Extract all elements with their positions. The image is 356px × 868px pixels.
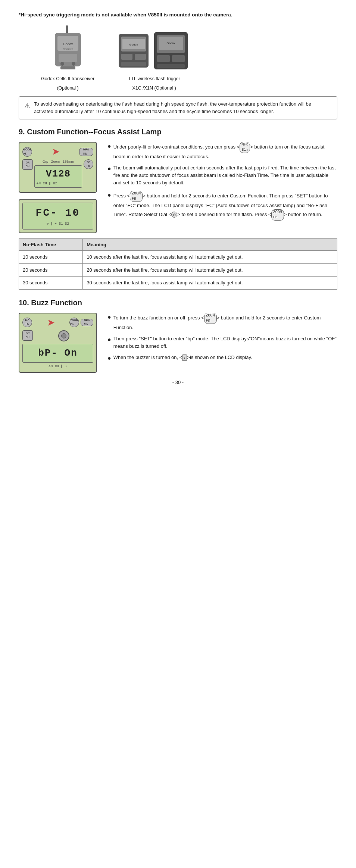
buzz-lcd-diagram: MC+Z- ➤ ZOOMFn MF⊙$1₄ GRCH (19, 313, 97, 373)
zoom-fn2-btn: ZOOMFn (71, 319, 78, 327)
buzz-main-value: bP- On (26, 346, 90, 360)
transceiver-block: Godox Camera Godox Cells II transceiver … (41, 25, 94, 92)
trigger-image: Godox Godox (117, 28, 191, 73)
mf-btn-label: MF⊙$1₄ (83, 148, 89, 156)
warning-box: ⚠ To avoid overheating or deteriorating … (19, 96, 337, 119)
mf2-btn-label: MF⊙$1₄ (84, 319, 90, 327)
bullet-dot-1: ● (107, 143, 111, 149)
lcd2-sub1: ⊙ ∥ ☀ (47, 222, 57, 227)
svg-rect-22 (157, 64, 185, 68)
svg-rect-13 (121, 54, 132, 60)
arrow-right-icon: ➤ (52, 146, 59, 158)
section10-right: ● To turn the buzz function on or off, p… (107, 313, 337, 365)
lcd2-main-value: FC- 10 (26, 205, 90, 221)
section10-left: MC+Z- ➤ ZOOMFn MF⊙$1₄ GRCH (19, 313, 101, 373)
section9-bullet-1: ● Under poorly-lit or low-contrast condi… (107, 142, 337, 160)
zoom-fn-btn: ZOFn (87, 160, 90, 168)
table-row: 10 seconds 10 seconds after the last fir… (19, 251, 337, 264)
lcd2-sub2: S1 S2 (59, 222, 69, 227)
svg-point-7 (72, 62, 75, 66)
svg-rect-15 (121, 62, 146, 66)
section9-content: MODE+Z- ➤ MF⊙$1₄ GRCH Grp Zoom (19, 142, 337, 233)
table-row: 30 seconds 30 seconds after the last fir… (19, 277, 337, 290)
table-row: 20 seconds 20 seconds after the last fir… (19, 263, 337, 277)
noflash-table: No-Flash Time Meaning 10 seconds 10 seco… (19, 238, 337, 290)
section9-bullet-1-text: Under poorly-lit or low-contrast conditi… (113, 142, 337, 160)
bullet-dot-3: ● (107, 192, 111, 198)
table-col2-header: Meaning (83, 238, 337, 251)
mode-btn-label: MODE+Z- (24, 148, 31, 156)
warning-text: To avoid overheating or deteriorating th… (34, 100, 332, 115)
trigger-label-line2: X1C /X1N (Optional ) (132, 85, 176, 92)
svg-rect-21 (172, 55, 185, 62)
devices-row: Godox Camera Godox Cells II transceiver … (19, 25, 337, 92)
bullet10-dot-2: ● (107, 337, 111, 343)
section10-bullet-3-text: When the buzzer is turned on, <♪>is show… (113, 354, 252, 361)
section9-title: 9. Custom Function--Focus Assist Lamp (19, 126, 337, 137)
buzz-icon-2: CH ∥ (55, 364, 63, 369)
transceiver-image: Godox Camera (49, 25, 87, 73)
lcd1-sub1: ⊙M (37, 181, 41, 187)
lcd1-sub2: CH ∥ (43, 181, 51, 187)
table-row2-meaning: 20 seconds after the last fire, focus as… (83, 263, 337, 277)
section9-bullet-3: ● Press <ZOOMFn> button and hold for 2 s… (107, 191, 337, 221)
section9-right: ● Under poorly-lit or low-contrast condi… (107, 142, 337, 224)
svg-text:Godox: Godox (63, 42, 73, 46)
gr-label: Grp (43, 159, 48, 165)
table-row1-meaning: 10 seconds after the last fire, focus as… (83, 251, 337, 264)
gr2-ch-btn: GRCH (26, 331, 30, 339)
svg-text:Godox: Godox (129, 43, 138, 46)
lcd1-main-value: V128 (37, 167, 80, 181)
freq-val: 135mm (63, 159, 74, 165)
svg-rect-20 (157, 55, 170, 62)
table-row1-time: 10 seconds (19, 251, 83, 264)
section9-bullet-3-text: Press <ZOOMFn> button and hold for 2 sec… (113, 191, 337, 221)
section10-bullet-2: ● Then press "SET" button to enter "bp" … (107, 335, 337, 350)
bullet-dot-2: ● (107, 166, 111, 172)
section9-left: MODE+Z- ➤ MF⊙$1₄ GRCH Grp Zoom (19, 142, 101, 233)
svg-point-6 (60, 62, 64, 66)
table-row3-time: 30 seconds (19, 277, 83, 290)
bullet10-dot-3: ● (107, 355, 111, 361)
lcd1-sub3: Hz (53, 181, 57, 187)
section10-title: 10. Buzz Function (19, 297, 337, 308)
transceiver-label-line1: Godox Cells II transceiver (41, 75, 94, 82)
lcd-diagram-1: MODE+Z- ➤ MF⊙$1₄ GRCH Grp Zoom (19, 142, 97, 193)
section10-bullets: ● To turn the buzz function on or off, p… (107, 313, 337, 362)
buzz-icon-1: ⊙M (49, 364, 53, 369)
section9-bullets: ● Under poorly-lit or low-contrast condi… (107, 142, 337, 221)
buzz-icon-3: ♪ (65, 364, 67, 369)
section10-bullet-1-text: To turn the buzz function on or off, pre… (113, 313, 337, 331)
buzz-arrow-icon: ➤ (47, 316, 54, 329)
table-row3-meaning: 30 seconds after the last fire, focus as… (83, 277, 337, 290)
intro-warning: *Hi-speed sync triggering mode is not av… (19, 11, 337, 19)
transceiver-label-line2: (Optional ) (57, 85, 78, 92)
section10-bullet-2-text: Then press "SET" button to enter "bp" mo… (113, 335, 337, 350)
svg-rect-8 (60, 66, 75, 69)
svg-text:Godox: Godox (166, 41, 175, 45)
warning-icon: ⚠ (24, 101, 30, 111)
table-col1-header: No-Flash Time (19, 238, 83, 251)
section10-content: MC+Z- ➤ ZOOMFn MF⊙$1₄ GRCH (19, 313, 337, 373)
section9-bullet-2: ● The beam will automatically put out ce… (107, 164, 337, 187)
svg-rect-14 (135, 54, 146, 60)
page-number: - 30 - (19, 379, 337, 386)
gr-ch-btn: GRCH (26, 161, 30, 169)
section9-bullet-2-text: The beam will automatically put out cert… (113, 164, 337, 187)
table-row2-time: 20 seconds (19, 263, 83, 277)
lcd-diagram-2: FC- 10 ⊙ ∥ ☀ S1 S2 (19, 199, 97, 233)
svg-text:Camera: Camera (62, 47, 73, 51)
mc-btn-label: MC+Z- (25, 319, 29, 327)
zoom-label: Zoom (51, 159, 60, 165)
trigger-label-line1: TTL wireless flash trigger (128, 75, 180, 82)
section10-bullet-3: ● When the buzzer is turned on, <♪>is sh… (107, 354, 337, 361)
svg-rect-0 (66, 25, 68, 34)
section10-bullet-1: ● To turn the buzz function on or off, p… (107, 313, 337, 331)
svg-rect-5 (59, 54, 77, 62)
bullet10-dot-1: ● (107, 314, 111, 320)
trigger-block: Godox Godox TTL wireless flash trigger X… (117, 28, 191, 92)
